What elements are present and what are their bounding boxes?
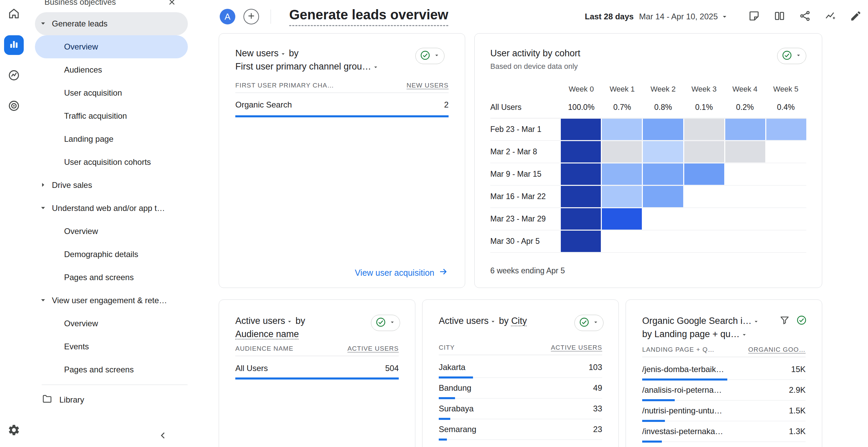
row-bar — [439, 439, 447, 441]
cohort-cell — [561, 186, 601, 207]
comparison-icon — [773, 10, 786, 23]
add-report-button[interactable] — [243, 9, 259, 24]
chevron-down-icon — [433, 52, 440, 60]
share-button[interactable] — [797, 9, 812, 24]
nav-section-understand-web-app[interactable]: Understand web and/or app t… — [35, 197, 188, 220]
cohort-cells — [561, 163, 806, 185]
dimension-selector[interactable]: Audience name — [235, 329, 299, 339]
cohort-cell — [725, 231, 765, 252]
edit-pencil-icon — [850, 10, 862, 23]
chevron-right-icon — [40, 180, 46, 190]
check-circle-icon — [579, 317, 590, 329]
left-icon-rail — [0, 0, 28, 447]
nav-item-label: Audiences — [64, 65, 102, 75]
row-value: 49 — [593, 383, 602, 393]
nav-item-overview[interactable]: Overview — [35, 35, 188, 58]
date-range-value: Mar 14 - Apr 10, 2025 — [639, 12, 718, 21]
customize-report-button[interactable] — [848, 9, 863, 24]
metric-selector[interactable]: Active users — [439, 316, 489, 326]
row-dimension: /analisis-roi-peterna… — [642, 385, 722, 395]
week-header: Week 2 — [643, 85, 684, 94]
metric-selector[interactable]: New users — [235, 48, 279, 58]
note-icon — [748, 10, 760, 23]
nav-item-demographic-details[interactable]: Demographic details — [35, 243, 188, 266]
nav-item-overview-3[interactable]: Overview — [35, 312, 188, 335]
arrow-right-icon — [438, 267, 449, 279]
row-dimension: Surabaya — [439, 404, 474, 413]
report-canvas: New users by First user primary channel … — [188, 33, 868, 447]
nav-item-events[interactable]: Events — [35, 335, 188, 358]
table-row: /nutrisi-penting-untu… 1.5K — [642, 401, 806, 421]
settings-gear-icon — [7, 424, 20, 438]
nav-item-library[interactable]: Library — [35, 388, 188, 411]
card-user-activity-cohort: User activity by cohort Based on device … — [474, 33, 822, 288]
data-quality-button[interactable] — [574, 315, 604, 331]
cards-row-2: Active users by Audience name AUDIENCE N… — [219, 299, 868, 447]
home-button[interactable] — [6, 6, 22, 22]
comparison-button[interactable] — [772, 9, 787, 24]
cohort-cells — [561, 230, 806, 252]
cohort-cell — [725, 186, 765, 207]
cohort-row-label: Mar 16 - Mar 22 — [490, 186, 561, 208]
table-row: All Users 504 — [235, 358, 399, 379]
nav-section-generate-leads[interactable]: Generate leads — [35, 12, 188, 35]
check-circle-icon — [420, 50, 431, 62]
metric-selector[interactable]: Organic Google Search i… — [642, 316, 752, 326]
header-divider — [271, 9, 271, 24]
report-header: A Generate leads overview Last 28 days M… — [188, 0, 868, 33]
table-row: /jenis-domba-terbaik… 15K — [642, 359, 806, 380]
collapse-nav-button[interactable] — [156, 429, 171, 444]
dimension-selector[interactable]: Landing page + qu… — [654, 329, 739, 339]
card-actions — [779, 315, 807, 327]
close-icon[interactable] — [164, 0, 179, 9]
table-row: Bandung 49 — [439, 378, 602, 399]
table-row: /investasi-peternaka… 1.3K — [642, 421, 806, 442]
view-user-acquisition-link[interactable]: View user acquisition — [355, 267, 449, 279]
week-header: Week 3 — [684, 85, 725, 94]
nav-item-audiences[interactable]: Audiences — [35, 58, 188, 81]
cohort-cell — [725, 208, 765, 230]
week-header: Week 1 — [602, 85, 643, 94]
card-active-users-city: Active users by City CITY ACTIVE USERS — [422, 299, 619, 447]
reports-nav-button[interactable] — [4, 35, 24, 55]
cohort-row: Mar 2 - Mar 8 — [490, 141, 806, 163]
insights-button[interactable] — [823, 9, 838, 24]
row-dimension: All Users — [235, 364, 268, 373]
folder-icon — [42, 393, 53, 406]
cohort-row-label: Mar 9 - Mar 15 — [490, 163, 561, 185]
data-quality-button[interactable] — [371, 315, 400, 331]
advertising-nav-button[interactable] — [6, 98, 22, 115]
nav-item-pages-and-screens-2[interactable]: Pages and screens — [35, 358, 188, 381]
filter-funnel-icon[interactable] — [779, 315, 790, 327]
data-quality-button[interactable] — [777, 48, 806, 64]
nav-item-landing-page[interactable]: Landing page — [35, 128, 188, 151]
row-dimension: /investasi-peternaka… — [642, 427, 723, 436]
explore-icon — [7, 69, 20, 83]
explore-nav-button[interactable] — [6, 68, 22, 84]
check-circle-icon[interactable] — [796, 315, 807, 327]
chevron-down-icon — [592, 319, 599, 327]
nav-item-user-acquisition-cohorts[interactable]: User acquisition cohorts — [35, 151, 188, 174]
add-note-button[interactable] — [747, 9, 762, 24]
card-active-users-audience: Active users by Audience name AUDIENCE N… — [219, 299, 415, 447]
date-range-picker[interactable]: Last 28 days Mar 14 - Apr 10, 2025 — [585, 12, 729, 21]
nav-item-traffic-acquisition[interactable]: Traffic acquisition — [35, 104, 188, 128]
dimension-selector[interactable]: First user primary channel grou… — [235, 61, 371, 72]
nav-section-view-user-engagement[interactable]: View user engagement & rete… — [35, 289, 188, 312]
nav-section-drive-sales[interactable]: Drive sales — [35, 174, 188, 197]
card-new-users: New users by First user primary channel … — [219, 33, 465, 288]
dimension-selector[interactable]: City — [511, 316, 527, 326]
data-quality-button[interactable] — [415, 48, 445, 64]
nav-item-pages-and-screens[interactable]: Pages and screens — [35, 266, 188, 289]
page-title[interactable]: Generate leads overview — [289, 7, 448, 26]
chevron-down-icon — [490, 316, 496, 328]
metric-selector[interactable]: Active users — [235, 316, 285, 326]
date-range-label: Last 28 days — [585, 12, 634, 21]
nav-item-label: Landing page — [64, 134, 113, 144]
row-bar — [642, 441, 662, 443]
table-header: CITY ACTIVE USERS — [439, 344, 602, 355]
avatar[interactable]: A — [220, 9, 235, 24]
admin-settings-button[interactable] — [6, 423, 22, 439]
nav-item-user-acquisition[interactable]: User acquisition — [35, 81, 188, 104]
nav-item-overview-2[interactable]: Overview — [35, 220, 188, 243]
